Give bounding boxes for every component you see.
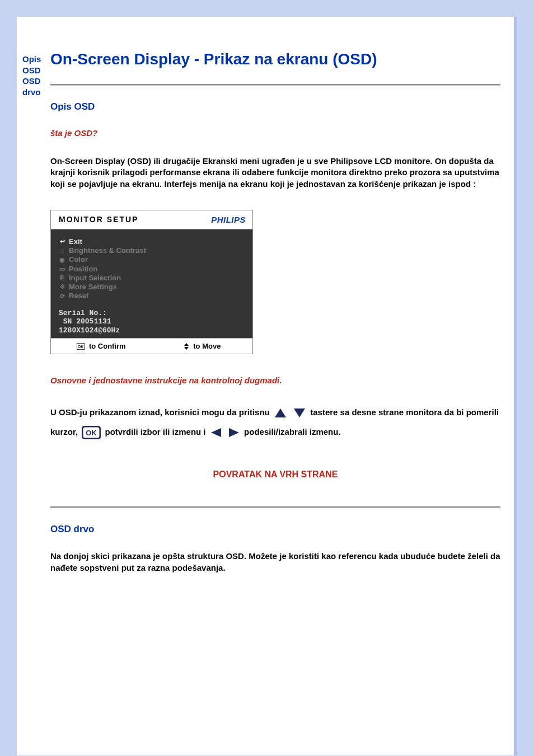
osd-menu-item: ▭Position <box>59 265 245 274</box>
svg-text:OK: OK <box>78 345 84 349</box>
sidebar-link-osd-drvo[interactable]: OSD drvo <box>22 76 50 97</box>
divider <box>50 506 500 508</box>
subheading-sta-je-osd: šta je OSD? <box>50 128 500 138</box>
osd-footer-move: to Move <box>152 342 252 350</box>
svg-text:OK: OK <box>86 429 97 437</box>
sidebar: Opis OSD OSD drvo <box>22 50 50 97</box>
ok-square-icon: OK <box>77 343 85 350</box>
osd-menu-item-label: Position <box>69 265 97 274</box>
back-icon: ↩ <box>59 238 65 246</box>
osd-serial-block: Serial No.: SN 20051131 1280X1024@60Hz <box>59 309 245 335</box>
osd-menu-item-label: Color <box>69 255 88 264</box>
up-arrow-icon <box>274 407 287 419</box>
svg-marker-8 <box>211 428 221 437</box>
osd-brand-logo: PHILIPS <box>211 215 246 224</box>
subheading-instrukcije: Osnovne i jednostavne instrukcije na kon… <box>50 375 500 385</box>
osd-menu-item-label: Reset <box>69 292 88 300</box>
osd-menu-item: ⎘Input Selection <box>59 274 245 283</box>
ok-button-icon: OK <box>82 426 101 439</box>
io-icon: ⎘ <box>59 274 65 282</box>
gear-icon: ※ <box>59 283 65 291</box>
page: Opis OSD OSD drvo On-Screen Display - Pr… <box>17 17 517 755</box>
osd-menu-item-label: More Settings <box>69 283 117 292</box>
osd-menu-item: ※More Settings <box>59 283 245 292</box>
svg-marker-2 <box>184 343 189 346</box>
section-heading-opis-osd: Opis OSD <box>50 101 500 112</box>
osd-menu-item-label: Input Selection <box>69 274 121 283</box>
osd-serial-label: Serial No.: <box>59 309 107 317</box>
rect-icon: ▭ <box>59 265 65 273</box>
osd-menu-item: ◉Color <box>59 255 245 264</box>
osd-header: MONITOR SETUP PHILIPS <box>51 210 252 229</box>
instr-text-1: U OSD-ju prikazanom iznad, korisnici mog… <box>50 407 272 417</box>
osd-resolution: 1280X1024@60Hz <box>59 326 120 335</box>
right-arrow-icon <box>228 427 240 438</box>
intro-paragraph: On-Screen Display (OSD) ili drugačije Ek… <box>50 156 500 190</box>
two-column-layout: Opis OSD OSD drvo On-Screen Display - Pr… <box>22 50 508 594</box>
osd-menu-body: ↩Exit☼Brightness & Contrast◉Color▭Positi… <box>51 229 252 339</box>
left-arrow-icon <box>210 427 222 438</box>
back-to-top-link[interactable]: POVRATAK NA VRH STRANE <box>213 469 338 479</box>
osd-menu-item: ↩Exit <box>59 237 245 246</box>
osd-serial-value: SN 20051131 <box>63 317 111 326</box>
svg-marker-5 <box>294 408 305 417</box>
osd-screenshot: MONITOR SETUP PHILIPS ↩Exit☼Brightness &… <box>50 210 253 355</box>
svg-marker-3 <box>184 347 189 350</box>
circle-icon: ◉ <box>59 256 65 264</box>
sidebar-link-opis-osd[interactable]: Opis OSD <box>22 54 50 76</box>
svg-marker-9 <box>229 428 239 437</box>
svg-marker-4 <box>275 408 286 417</box>
instr-text-4: podesili/izabrali izmenu. <box>244 427 341 436</box>
down-arrow-icon <box>293 407 306 419</box>
instr-text-3: potvrdili izbor ili izmenu i <box>105 427 208 436</box>
main-content: On-Screen Display - Prikaz na ekranu (OS… <box>50 50 508 594</box>
osd-menu-item: ☼Brightness & Contrast <box>59 246 245 255</box>
back-to-top: POVRATAK NA VRH STRANE <box>50 469 500 480</box>
instructions-paragraph: U OSD-ju prikazanom iznad, korisnici mog… <box>50 403 500 442</box>
sun-icon: ☼ <box>59 247 65 255</box>
osd-footer: OK to Confirm to Move <box>51 338 252 354</box>
page-title: On-Screen Display - Prikaz na ekranu (OS… <box>50 50 500 68</box>
osd-menu-item-label: Brightness & Contrast <box>69 246 146 255</box>
reset-icon: ⟳ <box>59 293 65 300</box>
osd-menu-item-label: Exit <box>69 237 82 246</box>
osd-drvo-paragraph: Na donjoj skici prikazana je opšta struk… <box>50 551 500 574</box>
osd-menu-item: ⟳Reset <box>59 292 245 300</box>
osd-footer-confirm: OK to Confirm <box>51 342 152 350</box>
up-down-icon <box>184 343 189 350</box>
section-heading-osd-drvo: OSD drvo <box>50 524 500 535</box>
osd-title: MONITOR SETUP <box>59 215 138 224</box>
divider <box>50 84 500 86</box>
